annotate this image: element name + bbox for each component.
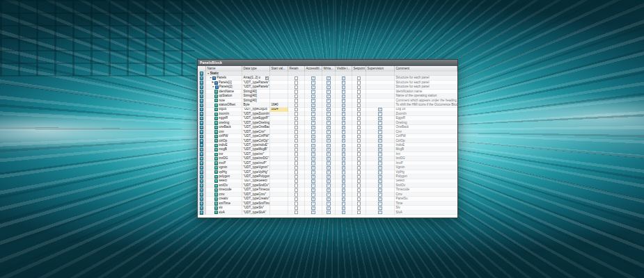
checkbox-checked-icon[interactable]: ✓ xyxy=(378,144,382,147)
checkbox-checked-icon[interactable]: ✓ xyxy=(378,108,382,111)
checkbox-checked-icon[interactable]: ✓ xyxy=(342,85,345,89)
checkbox-unchecked[interactable] xyxy=(294,99,298,102)
checkbox-unchecked[interactable] xyxy=(357,139,361,142)
checkbox-checked-icon[interactable]: ✓ xyxy=(327,81,330,84)
checkbox-checked-icon[interactable]: ✓ xyxy=(378,121,382,124)
checkbox-checked-icon[interactable]: ✓ xyxy=(327,85,330,89)
checkbox-unchecked[interactable] xyxy=(294,95,298,98)
checkbox-checked-icon[interactable]: ✓ xyxy=(378,157,382,161)
checkbox-checked-icon[interactable]: ✓ xyxy=(342,206,345,210)
expander-closed-icon[interactable]: ▶ xyxy=(212,81,214,83)
checkbox-checked-icon[interactable]: ✓ xyxy=(378,112,382,115)
checkbox-unchecked[interactable] xyxy=(357,121,361,124)
checkbox-unchecked[interactable] xyxy=(294,175,298,179)
column-header[interactable]: Start val... xyxy=(270,66,288,72)
checkbox-unchecked[interactable] xyxy=(294,197,298,201)
column-header[interactable]: Comment xyxy=(395,66,457,72)
checkbox-checked-icon[interactable]: ✓ xyxy=(327,139,330,142)
datatype-dropdown-button[interactable]: ▾ xyxy=(265,76,269,80)
checkbox-checked-icon[interactable]: ✓ xyxy=(311,183,315,187)
checkbox-unchecked[interactable] xyxy=(294,211,298,214)
checkbox-unchecked[interactable] xyxy=(357,126,361,129)
checkbox-checked-icon[interactable]: ✓ xyxy=(327,157,330,161)
checkbox-unchecked[interactable] xyxy=(294,157,298,161)
checkbox-checked-icon[interactable]: ✓ xyxy=(311,197,315,201)
checkbox-checked-icon[interactable]: ✓ xyxy=(311,112,315,115)
checkbox-checked-icon[interactable]: ✓ xyxy=(378,175,382,179)
checkbox-checked-icon[interactable]: ✓ xyxy=(378,183,382,187)
checkbox-checked-icon[interactable]: ✓ xyxy=(378,170,382,174)
checkbox-checked-icon[interactable]: ✓ xyxy=(327,130,330,133)
checkbox-unchecked[interactable] xyxy=(294,130,298,133)
checkbox-unchecked[interactable] xyxy=(357,157,361,161)
checkbox-unchecked[interactable] xyxy=(294,179,298,183)
checkbox-checked-icon[interactable]: ✓ xyxy=(311,104,315,107)
checkbox-unchecked[interactable] xyxy=(294,76,298,80)
checkbox-unchecked[interactable] xyxy=(357,148,361,152)
start-value-cell[interactable] xyxy=(270,211,288,215)
checkbox-unchecked[interactable] xyxy=(357,104,361,107)
checkbox-unchecked[interactable] xyxy=(294,139,298,142)
checkbox-checked-icon[interactable]: ✓ xyxy=(327,144,330,147)
checkbox-checked-icon[interactable]: ✓ xyxy=(342,104,345,107)
checkbox-checked-icon[interactable]: ✓ xyxy=(378,206,382,210)
checkbox-checked-icon[interactable]: ✓ xyxy=(311,90,315,93)
comment-cell[interactable]: SlvA xyxy=(395,211,457,215)
checkbox-unchecked[interactable] xyxy=(294,152,298,156)
checkbox-unchecked[interactable] xyxy=(294,112,298,115)
checkbox-unchecked[interactable] xyxy=(294,121,298,124)
checkbox-checked-icon[interactable]: ✓ xyxy=(342,99,345,102)
checkbox-checked-icon[interactable]: ✓ xyxy=(342,193,345,196)
checkbox-checked-icon[interactable]: ✓ xyxy=(327,108,330,111)
checkbox-unchecked[interactable] xyxy=(294,108,298,111)
checkbox-checked-icon[interactable]: ✓ xyxy=(327,202,330,205)
checkbox-unchecked[interactable] xyxy=(294,117,298,120)
checkbox-checked-icon[interactable]: ✓ xyxy=(342,144,345,147)
checkbox-unchecked[interactable] xyxy=(294,126,298,129)
checkbox-unchecked[interactable] xyxy=(357,99,361,102)
checkbox-unchecked[interactable] xyxy=(357,202,361,205)
checkbox-checked-icon[interactable]: ✓ xyxy=(378,152,382,156)
checkbox-checked-icon[interactable]: ✓ xyxy=(378,197,382,201)
checkbox-checked-icon[interactable]: ✓ xyxy=(342,108,345,111)
checkbox-checked-icon[interactable]: ✓ xyxy=(342,157,345,161)
checkbox-unchecked[interactable] xyxy=(357,152,361,156)
retain-cell[interactable] xyxy=(288,211,305,215)
checkbox-checked-icon[interactable]: ✓ xyxy=(311,179,315,183)
checkbox-unchecked[interactable] xyxy=(357,85,361,89)
checkbox-checked-icon[interactable]: ✓ xyxy=(327,183,330,187)
checkbox-checked-icon[interactable]: ✓ xyxy=(342,152,345,156)
column-header[interactable]: Supervision xyxy=(366,66,395,72)
checkbox-checked-icon[interactable]: ✓ xyxy=(327,95,330,98)
checkbox-unchecked[interactable] xyxy=(357,95,361,98)
datatype-cell[interactable]: "UDT_typeSlvA" xyxy=(242,211,270,215)
checkbox-unchecked[interactable] xyxy=(294,193,298,196)
checkbox-unchecked[interactable] xyxy=(357,170,361,174)
expander-open-icon[interactable]: ▼ xyxy=(212,86,214,88)
checkbox-checked-icon[interactable]: ✓ xyxy=(327,99,330,102)
checkbox-checked-icon[interactable]: ✓ xyxy=(342,76,345,80)
checkbox-unchecked[interactable] xyxy=(357,188,361,192)
checkbox-checked-icon[interactable]: ✓ xyxy=(342,183,345,187)
checkbox-unchecked[interactable] xyxy=(357,144,361,147)
checkbox-unchecked[interactable] xyxy=(294,144,298,147)
checkbox-checked-icon[interactable]: ✓ xyxy=(378,161,382,165)
checkbox-checked-icon[interactable]: ✓ xyxy=(311,95,315,98)
checkbox-checked-icon[interactable]: ✓ xyxy=(311,157,315,161)
checkbox-unchecked[interactable] xyxy=(357,161,361,165)
checkbox-unchecked[interactable] xyxy=(357,197,361,201)
checkbox-checked-icon[interactable]: ✓ xyxy=(378,135,382,138)
checkbox-unchecked[interactable] xyxy=(357,179,361,183)
checkbox-checked-icon[interactable]: ✓ xyxy=(327,179,330,183)
checkbox-unchecked[interactable] xyxy=(357,175,361,179)
checkbox-checked-icon[interactable]: ✓ xyxy=(311,99,315,102)
checkbox-checked-icon[interactable]: ✓ xyxy=(327,90,330,93)
checkbox-checked-icon[interactable]: ✓ xyxy=(327,170,330,174)
checkbox-checked-icon[interactable]: ✓ xyxy=(342,202,345,205)
checkbox-unchecked[interactable] xyxy=(294,202,298,205)
checkbox-checked-icon[interactable]: ✓ xyxy=(327,197,330,201)
name-cell[interactable]: slvA xyxy=(206,211,242,215)
checkbox-unchecked[interactable] xyxy=(357,90,361,93)
checkbox-unchecked[interactable] xyxy=(357,117,361,120)
checkbox-checked-icon[interactable]: ✓ xyxy=(327,193,330,196)
